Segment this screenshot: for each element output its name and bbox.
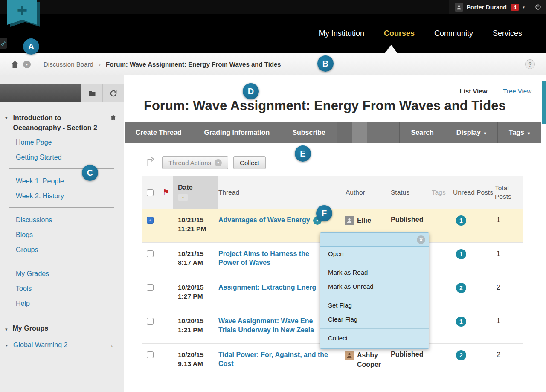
thread-context-menu: × Open Mark as Read Mark as Unread Set F… — [320, 232, 429, 349]
sidebar-item-blogs[interactable]: Blogs — [16, 231, 33, 238]
thread-link[interactable]: Tidal Power: For, Against, and the Cost — [218, 351, 328, 367]
sort-desc-icon[interactable]: ▾ — [178, 194, 188, 201]
action-bar-spacer — [337, 122, 352, 143]
collapse-arrow-icon[interactable]: ▾ — [5, 115, 8, 121]
row-checkbox[interactable] — [147, 284, 154, 291]
thread-link[interactable]: Wave Assignment: Wave Ene Trials Underwa… — [218, 317, 314, 334]
thread-actions-dropdown[interactable]: Thread Actions ▾ — [162, 156, 228, 169]
column-header-status[interactable]: Status — [390, 188, 431, 196]
tab-my-institution[interactable]: My Institution — [319, 29, 364, 38]
sidebar-item-week2[interactable]: Week 2: History — [16, 192, 64, 200]
unread-badge[interactable]: 1 — [456, 249, 466, 259]
row-checkbox[interactable]: ✓ — [147, 217, 154, 224]
thread-link[interactable]: Assignment: Extracting Energ — [218, 284, 316, 291]
close-icon[interactable]: × — [417, 235, 425, 244]
home-button[interactable] — [10, 60, 20, 69]
menu-item-mark-as-read[interactable]: Mark as Read — [320, 265, 429, 279]
sidebar-item-getting-started[interactable]: Getting Started — [16, 154, 62, 161]
thread-link[interactable]: Advantages of Wave Energy — [218, 216, 310, 224]
link-icon — [1, 41, 6, 46]
column-header-thread[interactable]: Thread — [218, 188, 345, 196]
my-groups-heading: My Groups — [13, 325, 49, 332]
sidebar-item-discussions[interactable]: Discussions — [16, 216, 52, 224]
column-header-total[interactable]: Total Posts — [494, 184, 523, 200]
sidebar-item-global-warming-2[interactable]: Global Warming 2 — [13, 341, 106, 349]
column-header-date[interactable]: Date ▾ — [173, 176, 218, 209]
breadcrumb-expand-button[interactable]: ▾ — [23, 61, 31, 68]
annotation-e: E — [295, 145, 311, 162]
notification-badge[interactable]: 4 — [511, 4, 520, 11]
forum-content-area: List View Tree View Forum: Wave Assignme… — [125, 75, 546, 392]
sidebar-item-help[interactable]: Help — [16, 300, 30, 307]
column-header-author[interactable]: Author — [345, 188, 390, 196]
menu-item-clear-flag[interactable]: Clear Flag — [320, 312, 429, 326]
sidebar-item-home-page[interactable]: Home Page — [16, 139, 52, 146]
help-button[interactable]: ? — [525, 59, 535, 69]
refresh-icon — [109, 89, 118, 98]
thread-time: 9:13 AM — [178, 360, 218, 369]
home-icon — [110, 114, 117, 121]
date-header-label: Date — [178, 184, 218, 192]
arrow-right-icon[interactable]: → — [106, 340, 114, 350]
row-checkbox[interactable] — [147, 250, 154, 257]
annotation-c: C — [82, 165, 98, 181]
course-home-button[interactable] — [110, 114, 117, 123]
search-button[interactable]: Search — [399, 122, 444, 143]
unread-badge[interactable]: 2 — [456, 350, 466, 360]
sidebar-section-divider — [9, 315, 114, 315]
unread-badge[interactable]: 1 — [456, 215, 466, 226]
course-title: Introduction to Oceanography - Section 2 — [13, 113, 110, 133]
tab-courses[interactable]: Courses — [384, 29, 415, 38]
tags-menu-button[interactable]: Tags ▾ — [497, 122, 541, 143]
total-posts: 1 — [494, 243, 523, 276]
select-all-checkbox[interactable] — [147, 189, 154, 196]
tree-view-tab[interactable]: Tree View — [503, 87, 531, 95]
course-menu-folder-button[interactable] — [81, 84, 102, 102]
thread-link[interactable]: Project Aims to Harness the Power of Wav… — [218, 250, 309, 266]
logout-button[interactable] — [530, 0, 546, 14]
expand-arrow-icon[interactable]: ▸ — [6, 343, 8, 348]
active-tab-caret — [385, 45, 398, 53]
list-view-tab[interactable]: List View — [453, 84, 495, 98]
select-all-arrow-icon — [145, 154, 156, 167]
author-name[interactable]: Ellie — [357, 216, 371, 225]
sidebar-item-week1[interactable]: Week 1: People — [16, 177, 64, 185]
user-menu[interactable]: Porter Durand 4 ▾ — [449, 0, 546, 14]
quick-links-button[interactable] — [0, 38, 7, 49]
subscribe-button[interactable]: Subscribe — [281, 122, 337, 143]
caret-down-icon[interactable]: ▾ — [523, 5, 525, 9]
thread-date: 10/20/15 — [178, 351, 218, 360]
grading-information-button[interactable]: Grading Information — [193, 122, 282, 143]
total-posts: 2 — [494, 344, 523, 377]
tab-community[interactable]: Community — [434, 29, 473, 38]
tab-services[interactable]: Services — [493, 29, 522, 38]
chevron-down-icon: ▾ — [215, 159, 222, 166]
menu-item-mark-as-unread[interactable]: Mark as Unread — [320, 279, 429, 293]
breadcrumb-section[interactable]: Discussion Board — [44, 61, 93, 68]
collect-button[interactable]: Collect — [233, 156, 266, 169]
unread-badge[interactable]: 2 — [456, 283, 466, 293]
author-name[interactable]: Ashby Cooper — [357, 351, 388, 370]
annotation-a: A — [23, 38, 39, 55]
menu-item-open[interactable]: Open — [320, 247, 429, 261]
breadcrumb-current: Forum: Wave Assignment: Energy From Wave… — [106, 61, 281, 68]
sidebar-item-tools[interactable]: Tools — [16, 285, 32, 292]
column-header-unread[interactable]: Unread Posts — [452, 188, 494, 196]
sidebar-divider — [9, 168, 114, 169]
row-checkbox[interactable] — [147, 351, 154, 358]
unread-badge[interactable]: 1 — [456, 317, 466, 327]
sidebar-item-my-grades[interactable]: My Grades — [16, 270, 49, 277]
thread-date: 10/20/15 — [178, 283, 218, 292]
refresh-button[interactable] — [102, 84, 124, 102]
total-posts: 2 — [494, 276, 523, 310]
display-menu-button[interactable]: Display ▾ — [445, 122, 497, 143]
menu-item-set-flag[interactable]: Set Flag — [320, 298, 429, 312]
breadcrumb-separator: › — [99, 61, 101, 68]
menu-item-collect[interactable]: Collect — [320, 331, 429, 345]
collapse-arrow-icon[interactable]: ▾ — [5, 327, 8, 332]
thread-date: 10/21/15 — [178, 250, 218, 258]
create-thread-button[interactable]: Create Thread — [125, 122, 193, 143]
sidebar-collapse-area[interactable] — [0, 84, 81, 102]
sidebar-item-groups[interactable]: Groups — [16, 246, 38, 253]
row-checkbox[interactable] — [147, 318, 154, 325]
